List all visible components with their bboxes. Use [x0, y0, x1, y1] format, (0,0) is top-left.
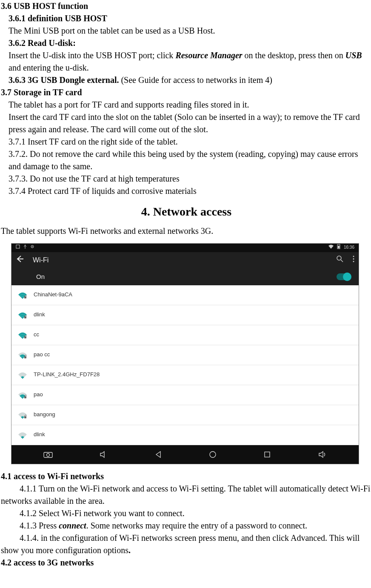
wifi-network-row[interactable]: pao [11, 385, 359, 405]
wifi-network-row[interactable]: ChinaNet-9aCA [11, 285, 359, 305]
wifi-signal-icon [18, 392, 26, 398]
heading-3-6-1: 3.6.1 definition USB HOST [1, 12, 371, 25]
search-icon[interactable] [337, 255, 343, 265]
body-3-7-a: The tablet has a port for TF card and su… [1, 99, 371, 111]
volume-up-icon[interactable] [318, 451, 327, 458]
text: 4.1.4. in the configuration of Wi-Fi net… [1, 533, 360, 555]
svg-rect-13 [24, 356, 26, 358]
wifi-network-row[interactable]: TP-LINK_2.4GHz_FD7F28 [11, 365, 359, 385]
wifi-network-row[interactable]: dlink [11, 305, 359, 325]
body-3-6-2: Insert the U-disk into the USB HOST port… [1, 49, 371, 74]
back-icon[interactable] [16, 255, 23, 265]
heading-3-6: 3.6 USB HOST function [1, 0, 371, 12]
heading-4-2: 4.2 access to 3G networks [1, 557, 371, 569]
text: Insert the U-disk into the USB HOST port… [9, 51, 175, 60]
wifi-signal-icon [18, 412, 26, 418]
body-4-1-2: 4.1.2 Select Wi-Fi network you want to c… [1, 507, 371, 520]
text: and entering the u-disk. [9, 63, 89, 72]
svg-rect-10 [24, 296, 26, 298]
overflow-menu-icon[interactable] [353, 255, 354, 265]
body-4-1-3: 4.1.3 Press connect. Some networks may r… [1, 520, 371, 532]
status-left [16, 244, 34, 251]
wifi-network-name: TP-LINK_2.4GHz_FD7F28 [34, 371, 100, 379]
emphasis-resource-manager: Resource Manager [175, 51, 242, 60]
emphasis-connect: connect [59, 521, 86, 530]
wifi-signal-icon [18, 312, 26, 318]
heading-4-1: 4.1 access to Wi-Fi networks [1, 470, 371, 483]
svg-rect-12 [24, 336, 26, 338]
wifi-network-name: dlink [34, 431, 45, 439]
wifi-signal-icon [18, 372, 26, 378]
wifi-network-name: cc [34, 331, 39, 339]
wifi-signal-icon [18, 292, 26, 298]
wifi-network-row[interactable]: bangong [11, 405, 359, 425]
heading-text: 3.6.3 3G USB Dongle external. [9, 75, 119, 85]
wifi-network-name: bangong [34, 411, 55, 419]
wifi-network-row[interactable]: cc [11, 325, 359, 345]
wifi-status-icon [328, 244, 334, 251]
body-3-7-3: 3.7.3. Do not use the TF card at high te… [1, 173, 371, 185]
text: . Some networks may require the entry of… [86, 521, 307, 530]
svg-rect-4 [338, 246, 340, 248]
svg-point-5 [337, 256, 341, 260]
body-4-1-1: 4.1.1 Turn on the Wi-Fi network and acce… [1, 483, 371, 507]
body-3-7-1: 3.7.1 Insert TF card on the right side o… [1, 136, 371, 148]
body-3-7-4: 3.7.4 Protect card TF of liquids and cor… [1, 185, 371, 197]
usb-icon [23, 244, 27, 251]
svg-line-6 [341, 260, 343, 262]
svg-rect-16 [44, 452, 52, 457]
wifi-on-row: On [11, 268, 359, 285]
heading-3-6-2: 3.6.2 Read U-disk: [1, 37, 371, 49]
wifi-network-name: ChinaNet-9aCA [34, 291, 72, 299]
svg-point-18 [210, 452, 216, 457]
svg-rect-11 [24, 316, 26, 318]
body-3-7-2: 3.7.2. Do not remove the card while this… [1, 148, 371, 173]
bold-dot: . [128, 545, 131, 555]
wifi-title: Wi-Fi [33, 255, 49, 265]
body-3-7-b: Insert the card TF card into the slot on… [1, 111, 371, 136]
svg-rect-19 [265, 452, 270, 457]
wifi-signal-icon [18, 432, 26, 438]
screenshot-icon[interactable] [43, 451, 53, 458]
text: (See Guide for access to networks in ite… [119, 75, 272, 85]
volume-down-icon[interactable] [100, 451, 107, 458]
svg-rect-15 [24, 416, 26, 418]
heading-3-6-3: 3.6.3 3G USB Dongle external. (See Guide… [1, 74, 371, 86]
text: on the desktop, press then on [243, 51, 345, 60]
svg-point-17 [47, 453, 50, 456]
recent-nav-icon[interactable] [263, 451, 271, 458]
wifi-toggle[interactable] [337, 273, 350, 280]
wifi-network-name: dlink [34, 311, 45, 319]
home-nav-icon[interactable] [209, 451, 217, 458]
svg-point-2 [32, 246, 33, 247]
gear-icon [30, 244, 34, 251]
body-3-6-1: The Mini USB port on the tablet can be u… [1, 25, 371, 37]
body-4-intro: The tablet supports Wi-Fi networks and e… [1, 225, 371, 237]
wifi-network-name: pao cc [34, 351, 50, 359]
wifi-network-row[interactable]: dlink [11, 425, 359, 445]
wifi-settings-screenshot: 16:36 Wi-Fi On ChinaNet-9aCAdlinkccpao c… [11, 243, 359, 464]
wifi-network-name: pao [34, 391, 43, 399]
status-right: 16:36 [328, 244, 354, 251]
wifi-signal-icon [18, 352, 26, 358]
svg-rect-0 [16, 245, 20, 248]
wifi-on-label: On [36, 272, 45, 281]
rotate-icon [16, 244, 20, 251]
heading-3-7: 3.7 Storage in TF card [1, 86, 371, 99]
wifi-network-row[interactable]: pao cc [11, 345, 359, 365]
wifi-network-list: ChinaNet-9aCAdlinkccpao ccTP-LINK_2.4GHz… [11, 285, 359, 445]
nav-bar [11, 445, 359, 464]
battery-icon [337, 244, 340, 251]
text: 4.1.3 Press [20, 521, 59, 530]
body-4-1-4: 4.1.4. in the configuration of Wi-Fi net… [1, 532, 371, 557]
svg-rect-14 [24, 396, 26, 398]
svg-point-7 [353, 256, 354, 257]
svg-point-8 [353, 258, 354, 260]
title-bar: Wi-Fi [11, 252, 359, 268]
status-time: 16:36 [344, 244, 354, 251]
status-bar: 16:36 [11, 244, 359, 252]
emphasis-usb: USB [345, 51, 362, 60]
wifi-signal-icon [18, 332, 26, 338]
svg-point-9 [353, 261, 354, 262]
back-nav-icon[interactable] [154, 451, 162, 458]
